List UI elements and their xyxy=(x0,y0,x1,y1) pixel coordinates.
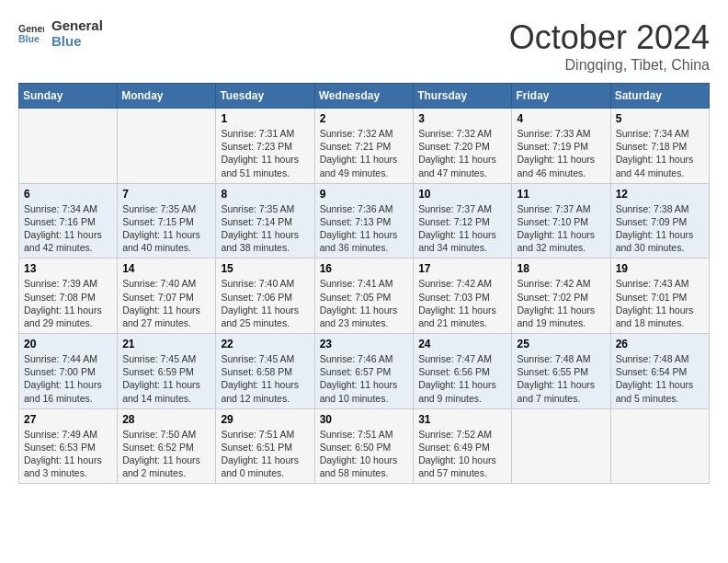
week-row-0: 1Sunrise: 7:31 AMSunset: 7:23 PMDaylight… xyxy=(19,109,710,184)
day-cell: 4Sunrise: 7:33 AMSunset: 7:19 PMDaylight… xyxy=(512,109,610,184)
day-cell: 21Sunrise: 7:45 AMSunset: 6:59 PMDayligh… xyxy=(118,334,216,409)
day-info: Sunrise: 7:35 AMSunset: 7:15 PMDaylight:… xyxy=(122,202,210,255)
day-number: 16 xyxy=(320,262,409,275)
day-cell: 9Sunrise: 7:36 AMSunset: 7:13 PMDaylight… xyxy=(314,183,414,259)
day-cell: 18Sunrise: 7:42 AMSunset: 7:02 PMDayligh… xyxy=(512,259,610,334)
day-info: Sunrise: 7:38 AMSunset: 7:09 PMDaylight:… xyxy=(616,202,704,255)
day-number: 24 xyxy=(418,338,506,350)
day-number: 17 xyxy=(418,262,506,275)
day-info: Sunrise: 7:51 AMSunset: 6:50 PMDaylight:… xyxy=(320,428,409,480)
day-number: 30 xyxy=(320,413,409,426)
header-cell-friday: Friday xyxy=(512,84,610,109)
day-info: Sunrise: 7:49 AMSunset: 6:53 PMDaylight:… xyxy=(24,428,112,480)
day-cell xyxy=(610,408,709,484)
day-info: Sunrise: 7:52 AMSunset: 6:49 PMDaylight:… xyxy=(418,428,506,480)
logo-text-line1: General xyxy=(51,18,103,34)
day-info: Sunrise: 7:36 AMSunset: 7:13 PMDaylight:… xyxy=(320,202,409,255)
day-cell: 11Sunrise: 7:37 AMSunset: 7:10 PMDayligh… xyxy=(512,183,610,259)
day-cell: 6Sunrise: 7:34 AMSunset: 7:16 PMDaylight… xyxy=(19,183,118,259)
day-number: 23 xyxy=(320,338,409,350)
day-cell xyxy=(512,408,610,484)
day-number: 6 xyxy=(24,188,112,201)
title-block: October 2024 Dingqing, Tibet, China xyxy=(509,18,710,74)
header-cell-monday: Monday xyxy=(118,84,216,109)
calendar-body: 1Sunrise: 7:31 AMSunset: 7:23 PMDaylight… xyxy=(19,109,710,484)
day-info: Sunrise: 7:42 AMSunset: 7:03 PMDaylight:… xyxy=(418,277,506,329)
week-row-4: 27Sunrise: 7:49 AMSunset: 6:53 PMDayligh… xyxy=(19,408,710,484)
day-number: 26 xyxy=(616,338,704,350)
day-cell: 25Sunrise: 7:48 AMSunset: 6:55 PMDayligh… xyxy=(512,334,610,409)
day-number: 29 xyxy=(221,413,309,426)
day-cell: 3Sunrise: 7:32 AMSunset: 7:20 PMDaylight… xyxy=(414,109,512,184)
day-cell: 13Sunrise: 7:39 AMSunset: 7:08 PMDayligh… xyxy=(19,259,118,334)
day-cell: 15Sunrise: 7:40 AMSunset: 7:06 PMDayligh… xyxy=(216,259,314,334)
logo: General Blue General Blue xyxy=(18,18,103,49)
day-info: Sunrise: 7:34 AMSunset: 7:18 PMDaylight:… xyxy=(616,127,704,179)
header-cell-saturday: Saturday xyxy=(610,84,709,109)
header-cell-wednesday: Wednesday xyxy=(314,84,414,109)
day-number: 8 xyxy=(221,188,309,201)
day-info: Sunrise: 7:48 AMSunset: 6:54 PMDaylight:… xyxy=(616,352,704,405)
day-info: Sunrise: 7:39 AMSunset: 7:08 PMDaylight:… xyxy=(24,277,112,329)
day-number: 11 xyxy=(517,188,605,201)
day-cell: 10Sunrise: 7:37 AMSunset: 7:12 PMDayligh… xyxy=(414,183,512,259)
day-info: Sunrise: 7:33 AMSunset: 7:19 PMDaylight:… xyxy=(517,127,605,179)
day-number: 27 xyxy=(24,413,112,426)
day-number: 15 xyxy=(221,262,309,275)
day-cell: 31Sunrise: 7:52 AMSunset: 6:49 PMDayligh… xyxy=(414,408,512,484)
day-info: Sunrise: 7:37 AMSunset: 7:12 PMDaylight:… xyxy=(418,202,506,255)
day-info: Sunrise: 7:31 AMSunset: 7:23 PMDaylight:… xyxy=(221,127,309,179)
day-info: Sunrise: 7:32 AMSunset: 7:20 PMDaylight:… xyxy=(418,127,506,179)
day-info: Sunrise: 7:32 AMSunset: 7:21 PMDaylight:… xyxy=(320,127,409,179)
day-cell: 30Sunrise: 7:51 AMSunset: 6:50 PMDayligh… xyxy=(314,408,414,484)
day-cell: 24Sunrise: 7:47 AMSunset: 6:56 PMDayligh… xyxy=(414,334,512,409)
day-number: 28 xyxy=(122,413,210,426)
day-number: 14 xyxy=(122,262,210,275)
day-cell: 19Sunrise: 7:43 AMSunset: 7:01 PMDayligh… xyxy=(610,259,709,334)
svg-text:Blue: Blue xyxy=(18,32,40,43)
day-number: 12 xyxy=(616,188,704,201)
day-number: 22 xyxy=(221,338,309,350)
week-row-2: 13Sunrise: 7:39 AMSunset: 7:08 PMDayligh… xyxy=(19,259,710,334)
day-cell: 23Sunrise: 7:46 AMSunset: 6:57 PMDayligh… xyxy=(314,334,414,409)
day-info: Sunrise: 7:51 AMSunset: 6:51 PMDaylight:… xyxy=(221,428,309,480)
day-cell: 20Sunrise: 7:44 AMSunset: 7:00 PMDayligh… xyxy=(19,334,118,409)
week-row-3: 20Sunrise: 7:44 AMSunset: 7:00 PMDayligh… xyxy=(19,334,710,409)
header-cell-tuesday: Tuesday xyxy=(216,84,314,109)
location: Dingqing, Tibet, China xyxy=(509,57,710,74)
day-info: Sunrise: 7:40 AMSunset: 7:06 PMDaylight:… xyxy=(221,277,309,329)
calendar-table: SundayMondayTuesdayWednesdayThursdayFrid… xyxy=(18,83,710,484)
day-number: 31 xyxy=(418,413,506,426)
day-info: Sunrise: 7:40 AMSunset: 7:07 PMDaylight:… xyxy=(122,277,210,329)
day-number: 21 xyxy=(122,338,210,350)
day-info: Sunrise: 7:41 AMSunset: 7:05 PMDaylight:… xyxy=(320,277,409,329)
week-row-1: 6Sunrise: 7:34 AMSunset: 7:16 PMDaylight… xyxy=(19,183,710,259)
day-cell: 5Sunrise: 7:34 AMSunset: 7:18 PMDaylight… xyxy=(610,109,709,184)
day-number: 9 xyxy=(320,188,409,201)
day-cell: 14Sunrise: 7:40 AMSunset: 7:07 PMDayligh… xyxy=(118,259,216,334)
day-cell: 29Sunrise: 7:51 AMSunset: 6:51 PMDayligh… xyxy=(216,408,314,484)
day-info: Sunrise: 7:35 AMSunset: 7:14 PMDaylight:… xyxy=(221,202,309,255)
header-cell-thursday: Thursday xyxy=(414,84,512,109)
day-number: 10 xyxy=(418,188,506,201)
day-cell: 12Sunrise: 7:38 AMSunset: 7:09 PMDayligh… xyxy=(610,183,709,259)
day-number: 25 xyxy=(517,338,605,350)
header-row: SundayMondayTuesdayWednesdayThursdayFrid… xyxy=(19,84,710,109)
day-info: Sunrise: 7:43 AMSunset: 7:01 PMDaylight:… xyxy=(616,277,704,329)
day-cell: 17Sunrise: 7:42 AMSunset: 7:03 PMDayligh… xyxy=(414,259,512,334)
logo-text-line2: Blue xyxy=(51,34,103,50)
month-title: October 2024 xyxy=(509,18,710,57)
day-number: 5 xyxy=(616,112,704,125)
day-info: Sunrise: 7:50 AMSunset: 6:52 PMDaylight:… xyxy=(122,428,210,480)
header-cell-sunday: Sunday xyxy=(19,84,118,109)
day-info: Sunrise: 7:47 AMSunset: 6:56 PMDaylight:… xyxy=(418,352,506,405)
day-number: 18 xyxy=(517,262,605,275)
calendar-header: SundayMondayTuesdayWednesdayThursdayFrid… xyxy=(19,84,710,109)
day-info: Sunrise: 7:45 AMSunset: 6:59 PMDaylight:… xyxy=(122,352,210,405)
day-cell: 2Sunrise: 7:32 AMSunset: 7:21 PMDaylight… xyxy=(314,109,414,184)
day-number: 19 xyxy=(616,262,704,275)
day-info: Sunrise: 7:46 AMSunset: 6:57 PMDaylight:… xyxy=(320,352,409,405)
logo-icon: General Blue xyxy=(18,21,44,47)
day-cell: 1Sunrise: 7:31 AMSunset: 7:23 PMDaylight… xyxy=(216,109,314,184)
day-cell: 28Sunrise: 7:50 AMSunset: 6:52 PMDayligh… xyxy=(118,408,216,484)
